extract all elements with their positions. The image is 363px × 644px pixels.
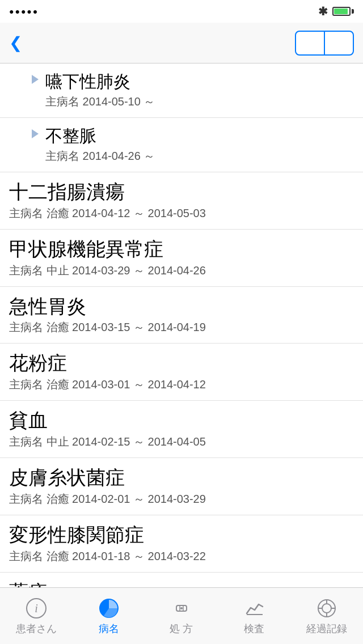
lifesaver-icon (316, 598, 337, 619)
nav-arrow-buttons (295, 31, 354, 56)
list-item-content: 甲状腺機能異常症 主病名 中止 2014-03-29 ～ 2014-04-26 (9, 238, 354, 278)
back-button[interactable]: ❮ (9, 33, 24, 52)
status-left: ●●●●● (9, 7, 43, 16)
list-item[interactable]: 不整脈 主病名 2014-04-26 ～ (0, 118, 363, 172)
info-icon: i (26, 598, 47, 619)
chart-line-icon (243, 598, 265, 619)
tab-icon-patients: i (25, 597, 48, 620)
list-item-content: 花粉症 主病名 治癒 2014-03-01 ～ 2014-04-12 (9, 351, 354, 392)
status-bar: ●●●●● ✱ (0, 0, 363, 23)
disease-detail: 主病名 治癒 2014-02-01 ～ 2014-03-29 (9, 492, 354, 507)
disease-detail: 主病名 治癒 2014-04-12 ～ 2014-05-03 (9, 206, 354, 221)
chart-icon (98, 598, 120, 619)
list-item[interactable]: 嚥下性肺炎 主病名 2014-05-10 ～ (0, 63, 363, 118)
nav-up-button[interactable] (295, 31, 324, 56)
battery-icon (332, 7, 354, 16)
list-item[interactable]: 花粉症 主病名 治癒 2014-03-01 ～ 2014-04-12 (0, 344, 363, 401)
tab-icon-progress (315, 597, 338, 620)
list-item[interactable]: 皮膚糸状菌症 主病名 治癒 2014-02-01 ～ 2014-03-29 (0, 458, 363, 515)
disease-name: 変形性膝関節症 (9, 523, 354, 546)
tab-label-examination: 検査 (244, 622, 264, 635)
tab-icon-prescription (170, 597, 193, 620)
tab-label-patients: 患者さん (16, 622, 57, 635)
back-chevron-icon: ❮ (9, 33, 22, 52)
disease-name: 甲状腺機能異常症 (9, 238, 354, 261)
expand-arrow-icon (32, 75, 39, 84)
status-right: ✱ (318, 5, 354, 18)
list-item[interactable]: 貧血 主病名 中止 2014-02-15 ～ 2014-04-05 (0, 401, 363, 458)
nav-down-button[interactable] (324, 31, 354, 56)
list-item-content: 皮膚糸状菌症 主病名 治癒 2014-02-01 ～ 2014-03-29 (9, 466, 354, 507)
list-item-content: 変形性膝関節症 主病名 治癒 2014-01-18 ～ 2014-03-22 (9, 523, 354, 564)
tab-label-diagnosis: 病名 (99, 622, 119, 635)
disease-detail: 主病名 2014-04-26 ～ (45, 149, 354, 164)
nav-bar: ❮ (0, 23, 363, 63)
list-item-content: 嚥下性肺炎 主病名 2014-05-10 ～ (45, 71, 354, 109)
list-item[interactable]: 変形性膝関節症 主病名 治癒 2014-01-18 ～ 2014-03-22 (0, 515, 363, 573)
expand-arrow-icon (32, 129, 39, 138)
disease-name: 貧血 (9, 409, 354, 432)
svg-text:i: i (35, 602, 38, 615)
bluetooth-icon: ✱ (318, 5, 328, 18)
svg-point-9 (322, 604, 331, 613)
tab-prescription[interactable]: 処 方 (145, 588, 218, 644)
disease-detail: 主病名 2014-05-10 ～ (45, 94, 354, 109)
list-item-content: 不整脈 主病名 2014-04-26 ～ (45, 126, 354, 164)
disease-name: 十二指腸潰瘍 (9, 180, 354, 204)
disease-detail: 主病名 治癒 2014-03-01 ～ 2014-04-12 (9, 377, 354, 392)
tab-patients[interactable]: i 患者さん (0, 588, 73, 644)
disease-name: 皮膚糸状菌症 (9, 466, 354, 489)
disease-detail: 主病名 中止 2014-02-15 ～ 2014-04-05 (9, 434, 354, 450)
tab-label-progress: 経過記録 (306, 622, 347, 635)
tab-icon-examination (243, 597, 265, 620)
tab-bar: i 患者さん 病名 処 方 検査 経 (0, 587, 363, 644)
tab-progress[interactable]: 経過記録 (290, 588, 363, 644)
list-item[interactable]: 急性胃炎 主病名 治癒 2014-03-15 ～ 2014-04-19 (0, 287, 363, 344)
signal-dots: ●●●●● (9, 7, 39, 16)
list-item[interactable]: 甲状腺機能異常症 主病名 中止 2014-03-29 ～ 2014-04-26 (0, 230, 363, 287)
tab-examination[interactable]: 検査 (218, 588, 290, 644)
tab-diagnosis[interactable]: 病名 (73, 588, 145, 644)
list-item-content: 十二指腸潰瘍 主病名 治癒 2014-04-12 ～ 2014-05-03 (9, 180, 354, 221)
disease-detail: 主病名 中止 2014-03-29 ～ 2014-04-26 (9, 263, 354, 278)
list-item-content: 貧血 主病名 中止 2014-02-15 ～ 2014-04-05 (9, 409, 354, 450)
disease-name: 花粉症 (9, 351, 354, 375)
diagnosis-list: 嚥下性肺炎 主病名 2014-05-10 ～ 不整脈 主病名 2014-04-2… (0, 63, 363, 629)
list-item[interactable]: 十二指腸潰瘍 主病名 治癒 2014-04-12 ～ 2014-05-03 (0, 172, 363, 230)
bandage-icon (171, 598, 192, 619)
disease-name: 急性胃炎 (9, 295, 354, 318)
main-content: 嚥下性肺炎 主病名 2014-05-10 ～ 不整脈 主病名 2014-04-2… (0, 63, 363, 644)
svg-point-6 (180, 607, 183, 609)
disease-detail: 主病名 治癒 2014-01-18 ～ 2014-03-22 (9, 549, 354, 564)
disease-name: 不整脈 (45, 126, 354, 146)
disease-name: 嚥下性肺炎 (45, 71, 354, 92)
disease-detail: 主病名 治癒 2014-03-15 ～ 2014-04-19 (9, 320, 354, 335)
list-item-content: 急性胃炎 主病名 治癒 2014-03-15 ～ 2014-04-19 (9, 295, 354, 336)
tab-label-prescription: 処 方 (170, 622, 193, 635)
tab-icon-diagnosis (98, 597, 120, 620)
